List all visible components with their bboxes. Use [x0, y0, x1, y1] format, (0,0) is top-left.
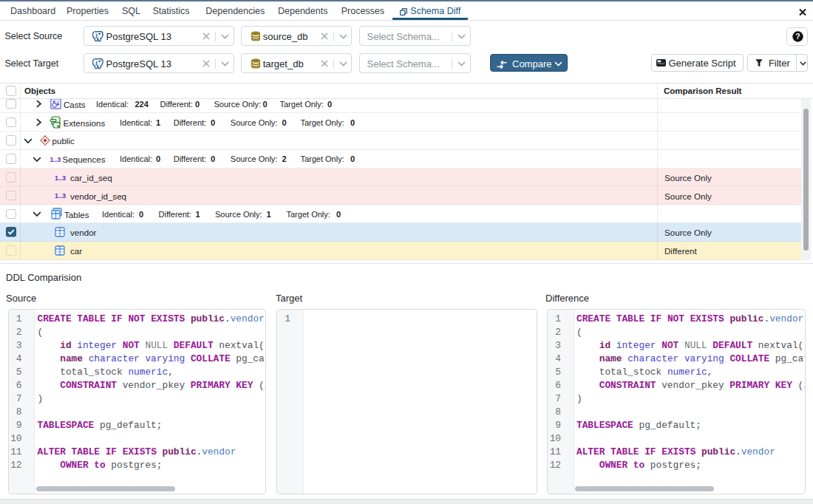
svg-text:?: ? — [795, 32, 800, 41]
